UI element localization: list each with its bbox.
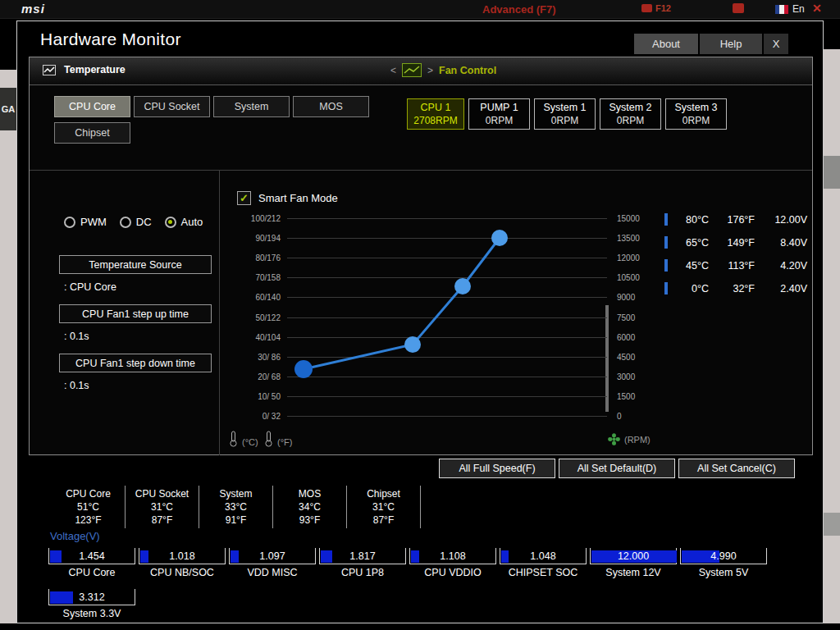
radio-icon — [120, 217, 131, 228]
voltage-value: 1.108 — [410, 548, 495, 564]
temp-celsius: 34°C — [273, 500, 346, 514]
all-full-speed-button[interactable]: All Full Speed(F) — [439, 459, 555, 478]
fan-tabs: CPU 1 2708RPM PUMP 1 0RPM System 1 0RPM … — [407, 98, 727, 130]
language-selector[interactable]: En — [775, 3, 805, 15]
fan-prev-arrow[interactable]: < — [390, 65, 396, 76]
bios-screen: msi Advanced (F7) F12 En ✕ GA Hardware M… — [0, 0, 840, 630]
step-down-time-button[interactable]: CPU Fan1 step down time — [59, 354, 212, 372]
fan-point-list: 80°C 176°F 12.00V 65°C 149°F 8.40V 45°C … — [664, 213, 807, 294]
y-axis-rpm-tick: 15000 — [617, 214, 640, 223]
tab-chipset[interactable]: Chipset — [54, 122, 130, 144]
curve-point-handle[interactable] — [404, 336, 421, 353]
radio-dc[interactable]: DC — [120, 216, 152, 228]
y-axis-temp-tick: 20/ 68 — [258, 372, 281, 381]
y-axis-temp-tick: 40/104 — [255, 332, 281, 341]
close-button[interactable]: X — [764, 34, 788, 54]
fan-control-section-header: < > Fan Control — [390, 63, 496, 77]
fan-tab-system1[interactable]: System 1 0RPM — [534, 98, 596, 130]
step-up-time-button[interactable]: CPU Fan1 step up time — [59, 304, 212, 323]
all-set-cancel-button[interactable]: All Set Cancel(C) — [678, 459, 795, 478]
fan-tab-cpu1[interactable]: CPU 1 2708RPM — [407, 98, 464, 130]
voltage-value: 1.454 — [49, 548, 135, 564]
voltage-gauge: 1.108 — [409, 548, 496, 564]
voltage-name: System 12V — [590, 567, 677, 578]
voltage-chipset-soc: 1.048 CHIPSET SOC — [500, 548, 590, 578]
bios-close-icon[interactable]: ✕ — [812, 2, 822, 15]
temp-readout-chipset: Chipset 31°C 87°F — [347, 486, 421, 528]
smart-fan-mode-toggle[interactable]: ✓ Smart Fan Mode — [237, 191, 338, 205]
voltage-cpu-vddio: 1.108 CPU VDDIO — [409, 548, 500, 578]
voltage-row-1: 1.454 CPU Core 1.018 CPU NB/SOC 1.097 VD… — [48, 548, 770, 578]
about-button[interactable]: About — [634, 34, 698, 54]
voltage-value: 1.097 — [230, 548, 315, 564]
fan-tab-system3[interactable]: System 3 0RPM — [665, 98, 727, 130]
fan-control-header-label: Fan Control — [439, 65, 496, 76]
fan-curve-svg — [287, 218, 607, 416]
voltage-gauge: 1.817 — [319, 548, 406, 564]
fan-tab-system2[interactable]: System 2 0RPM — [600, 98, 661, 130]
printer-icon[interactable] — [733, 3, 744, 13]
temp-readout-system: System 33°C 91°F — [199, 486, 273, 528]
edge-segment — [824, 156, 840, 189]
monitor-panel: Temperature < > Fan Control CPU Core CPU… — [29, 57, 813, 455]
hotkey-label: F12 — [655, 3, 671, 13]
y-axis-rpm-tick: 4500 — [617, 352, 635, 361]
temp-name: Chipset — [347, 487, 420, 500]
y-axis-rpm-tick: 3000 — [617, 372, 635, 381]
fan-curve-plot[interactable]: 100/2121500090/1941350080/1761200070/158… — [287, 218, 607, 416]
fan-tab-name: CPU 1 — [421, 101, 451, 114]
celsius-label: (°C) — [242, 437, 258, 447]
point-temp-f: 113°F — [717, 260, 755, 272]
tab-system[interactable]: System — [213, 96, 290, 117]
voltage-value: 3.312 — [49, 589, 135, 605]
radio-pwm[interactable]: PWM — [64, 216, 107, 228]
y-axis-rpm-tick: 7500 — [617, 313, 635, 322]
point-tick-icon — [664, 282, 668, 294]
tab-cpu-socket[interactable]: CPU Socket — [134, 96, 210, 117]
tab-cpu-core[interactable]: CPU Core — [54, 96, 130, 117]
point-temp-c: 45°C — [676, 260, 709, 272]
temp-name: CPU Core — [52, 487, 125, 500]
temp-readout-mos: MOS 34°C 93°F — [273, 486, 347, 528]
all-set-default-button[interactable]: All Set Default(D) — [559, 459, 675, 478]
msi-logo: msi — [21, 2, 45, 16]
tab-mos[interactable]: MOS — [293, 96, 369, 117]
panel-header: Temperature < > Fan Control — [30, 57, 812, 85]
voltage-section-label: Voltage(V) — [50, 530, 100, 542]
temp-celsius: 31°C — [347, 500, 420, 514]
horizontal-divider — [30, 170, 812, 171]
vertical-divider — [219, 170, 220, 455]
fan-next-arrow[interactable]: > — [427, 65, 433, 76]
voltage-vdd-misc: 1.097 VDD MISC — [229, 548, 319, 578]
temp-name: CPU Socket — [126, 487, 199, 500]
fan-point-row: 65°C 149°F 8.40V — [664, 236, 807, 249]
y-axis-temp-tick: 90/194 — [255, 234, 281, 243]
y-axis-rpm-tick: 1500 — [617, 391, 635, 400]
step-down-time-value: : 0.1s — [64, 380, 89, 391]
checkbox-checked-icon[interactable]: ✓ — [237, 191, 251, 205]
help-button[interactable]: Help — [700, 34, 762, 54]
radio-auto[interactable]: Auto — [165, 216, 203, 228]
y-axis-rpm-tick: 0 — [617, 412, 622, 421]
fan-tab-rpm: 0RPM — [682, 114, 710, 127]
rpm-label: (RPM) — [624, 435, 651, 445]
screenshot-hotkey[interactable]: F12 — [641, 3, 671, 13]
curve-point-handle[interactable] — [491, 230, 508, 246]
advanced-mode-label[interactable]: Advanced (F7) — [482, 3, 556, 16]
y-axis-temp-tick: 80/176 — [255, 253, 281, 262]
voltage-name: CHIPSET SOC — [500, 567, 587, 578]
temperature-source-button[interactable]: Temperature Source — [59, 255, 212, 274]
temperature-readouts: CPU Core 51°C 123°F CPU Socket 31°C 87°F… — [52, 486, 421, 528]
thermometer-icon — [264, 431, 273, 447]
fan-icon — [608, 433, 620, 445]
temp-readout-cpu-socket: CPU Socket 31°C 87°F — [126, 486, 199, 528]
curve-point-handle[interactable] — [294, 360, 313, 378]
curve-point-handle[interactable] — [454, 278, 471, 294]
voltage-cpu-core: 1.454 CPU Core — [48, 548, 139, 578]
temp-celsius: 33°C — [199, 500, 272, 514]
y-axis-temp-tick: 30/ 86 — [258, 352, 281, 361]
voltage-name: VDD MISC — [229, 567, 316, 578]
fan-tab-rpm: 2708RPM — [413, 114, 457, 127]
fan-point-row: 0°C 32°F 2.40V — [664, 282, 807, 294]
fan-tab-pump1[interactable]: PUMP 1 0RPM — [468, 98, 530, 130]
